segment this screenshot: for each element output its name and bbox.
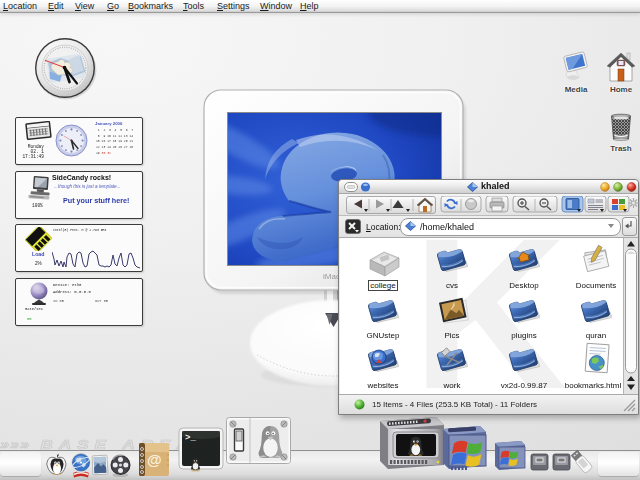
svg-text:@: @ xyxy=(147,451,162,468)
svg-text:>_: >_ xyxy=(185,433,196,443)
